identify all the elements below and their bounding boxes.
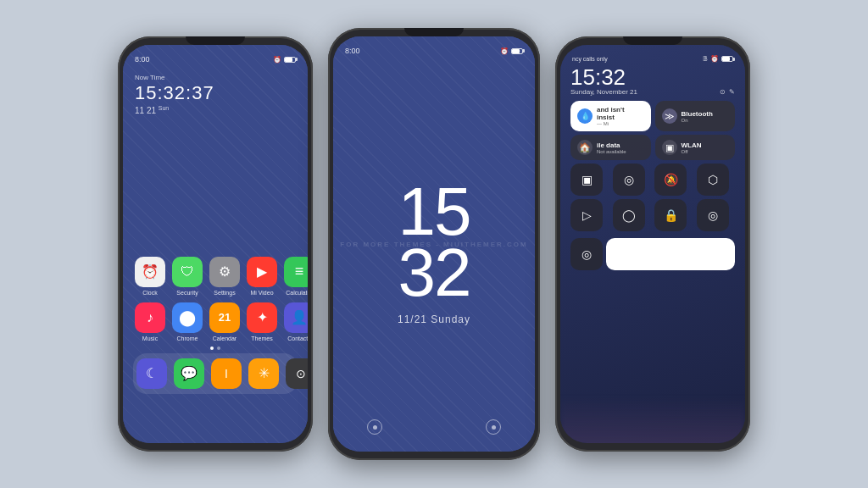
control-tiles-bottom: 🏠 ile data Not available ▣ WLAN Off <box>565 135 740 160</box>
wifi-tile-text: and isn't insist — Mi <box>597 106 644 126</box>
dock-chat[interactable]: 💬 <box>174 358 204 389</box>
status-time-2: 8:00 <box>345 47 360 55</box>
status-icons-1: ⏰ <box>273 56 296 64</box>
small-tile-1[interactable]: ▣ <box>570 164 603 196</box>
phone-3: ncy calls only 𝔹 ⏰ 15:32 Sunday, Novembe… <box>555 36 750 452</box>
bluetooth-tile-text: Bluetooth On <box>682 110 713 123</box>
bluetooth-status-icon: 𝔹 <box>703 55 708 63</box>
app-music-label: Music <box>142 336 158 341</box>
brightness-slider[interactable] <box>606 238 735 270</box>
phone-3-screen: ncy calls only 𝔹 ⏰ 15:32 Sunday, Novembe… <box>560 45 745 443</box>
battery-icon-1 <box>284 57 296 63</box>
app-calculator-label: Calculator <box>286 290 308 296</box>
app-themes-label: Themes <box>251 336 272 341</box>
big-clock-date: 11/21 Sunday <box>398 313 470 325</box>
control-tiles-top: 💧 and isn't insist — Mi ≫ Bluetooth On <box>565 101 740 131</box>
app-mivideo[interactable]: ▶ Mi Video <box>247 257 277 296</box>
small-tile-4[interactable]: ⬡ <box>697 164 729 196</box>
status-icons-2: ⏰ <box>500 47 523 55</box>
battery-icon-2 <box>511 48 523 54</box>
control-date-row: Sunday, November 21 ⊙ ✎ <box>565 88 740 101</box>
wifi-tile-icon: 💧 <box>577 108 593 124</box>
phone-2: 8:00 ⏰ 15 32 11/21 Sunday <box>328 28 540 460</box>
alarm-icon-3: ⏰ <box>710 55 719 63</box>
app-calendar[interactable]: 21 Calendar <box>209 302 240 341</box>
app-grid-row2: ♪ Music ⬤ Chrome 21 Calendar ✦ Themes <box>131 302 299 341</box>
bluetooth-status: On <box>682 118 713 123</box>
phone-3-content: 15:32 Sunday, November 21 ⊙ ✎ 💧 and isn'… <box>560 66 745 443</box>
app-chrome[interactable]: ⬤ Chrome <box>172 302 203 341</box>
dock-camera[interactable]: ⊙ <box>286 358 308 389</box>
status-time-1: 8:00 <box>135 55 150 64</box>
expand-icon[interactable]: ✎ <box>729 88 735 96</box>
app-clock[interactable]: ⏰ Clock <box>135 257 165 296</box>
blur-area <box>560 396 745 443</box>
dock-notes[interactable]: I <box>211 358 242 389</box>
small-tile-3[interactable]: 🔕 <box>654 164 687 196</box>
dock-antivirus[interactable]: ✳ <box>248 358 279 389</box>
control-last-row: ◎ <box>565 235 740 274</box>
status-icons-3: 𝔹 ⏰ <box>703 55 733 63</box>
phone-2-content: 15 32 11/21 Sunday <box>333 58 535 452</box>
small-tile-8[interactable]: ◎ <box>697 199 729 231</box>
small-tile-5[interactable]: ▷ <box>570 199 603 231</box>
phone-1-screen: 8:00 ⏰ Now Time 15:32:37 11 21 Sun <box>123 45 308 443</box>
phone-1-content: Now Time 15:32:37 11 21 Sun ⏰ Clock 🛡 <box>123 67 308 443</box>
widget-clock: 15:32:37 <box>135 83 299 103</box>
indicator-dot-2 <box>217 347 220 350</box>
wifi-tile[interactable]: 💧 and isn't insist — Mi <box>570 101 651 131</box>
app-security[interactable]: 🛡 Security <box>172 257 203 296</box>
alarm-icon: ⏰ <box>273 56 281 64</box>
app-contacts[interactable]: 👤 Contacts <box>284 302 308 341</box>
bluetooth-tile[interactable]: ≫ Bluetooth On <box>655 101 736 131</box>
small-controls-row2: ▷ ◯ 🔒 ◎ <box>565 199 740 235</box>
bottom-dock: ☾ 💬 I ✳ ⊙ <box>133 353 298 394</box>
app-calculator[interactable]: ≡ Calculator <box>284 257 308 296</box>
mobile-data-icon: 🏠 <box>577 140 593 155</box>
control-time: 15:32 <box>565 66 740 88</box>
small-tile-7[interactable]: 🔒 <box>654 199 687 231</box>
mobile-data-tile[interactable]: 🏠 ile data Not available <box>570 135 651 160</box>
battery-icon-3 <box>721 56 733 62</box>
app-clock-label: Clock <box>142 290 158 296</box>
app-settings-label: Settings <box>214 290 235 296</box>
big-clock-minute: 32 <box>398 242 470 303</box>
phone-2-screen: 8:00 ⏰ 15 32 11/21 Sunday <box>333 36 535 452</box>
small-tile-6[interactable]: ◯ <box>613 199 645 231</box>
big-clock-display: 15 32 <box>398 181 470 303</box>
app-contacts-label: Contacts <box>287 336 308 341</box>
indicator-dot-1 <box>210 347 214 350</box>
wlan-tile[interactable]: ▣ WLAN Off <box>655 135 736 160</box>
edit-icon[interactable]: ⊙ <box>720 88 726 96</box>
app-settings[interactable]: ⚙ Settings <box>209 257 240 296</box>
wlan-icon: ▣ <box>662 140 677 155</box>
app-security-label: Security <box>176 290 198 296</box>
wlan-text: WLAN Off <box>682 141 702 154</box>
app-mivideo-label: Mi Video <box>250 290 273 296</box>
bluetooth-label: Bluetooth <box>682 110 713 118</box>
alarm-icon-2: ⏰ <box>500 47 509 55</box>
bluetooth-tile-icon: ≫ <box>662 108 677 124</box>
small-tile-2[interactable]: ◎ <box>613 164 645 196</box>
app-calendar-label: Calendar <box>213 336 236 341</box>
widget-label: Now Time <box>135 74 299 81</box>
big-clock-hour: 15 <box>398 181 470 242</box>
app-chrome-label: Chrome <box>177 336 198 341</box>
phone-1: 8:00 ⏰ Now Time 15:32:37 11 21 Sun <box>118 36 313 452</box>
mobile-data-text: ile data Not available <box>597 141 626 154</box>
app-grid-row1: ⏰ Clock 🛡 Security ⚙ Settings ▶ Mi Video <box>131 257 299 296</box>
status-bar-2: 8:00 ⏰ <box>333 36 535 58</box>
app-music[interactable]: ♪ Music <box>135 302 165 341</box>
control-date: Sunday, November 21 <box>570 88 637 96</box>
app-themes[interactable]: ✦ Themes <box>247 302 277 341</box>
emergency-text: ncy calls only <box>572 56 608 62</box>
widget-date: 11 21 Sun <box>135 105 299 115</box>
control-date-icons: ⊙ ✎ <box>720 88 735 96</box>
dock-moon[interactable]: ☾ <box>136 358 167 389</box>
status-bar-3: ncy calls only 𝔹 ⏰ <box>560 45 745 66</box>
time-widget: Now Time 15:32:37 11 21 Sun <box>131 67 299 121</box>
small-controls-row1: ▣ ◎ 🔕 ⬡ <box>565 160 740 199</box>
status-bar-1: 8:00 ⏰ <box>123 45 308 67</box>
small-tile-last[interactable]: ◎ <box>570 238 603 270</box>
page-indicator <box>131 347 299 350</box>
